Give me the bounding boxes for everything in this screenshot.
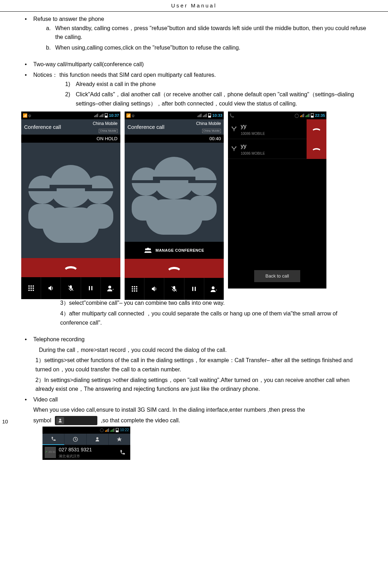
signal-icon-1 (198, 114, 201, 117)
dial-button[interactable] (117, 447, 128, 458)
svg-rect-31 (132, 180, 160, 183)
svg-rect-32 (188, 180, 217, 183)
star-icon (116, 436, 122, 442)
mute-button[interactable] (61, 277, 81, 299)
dialer-tab-favorites[interactable] (109, 434, 130, 445)
svg-point-42 (136, 288, 137, 290)
phone-screen-3: 📞 ◯ 22:35 yy 10086 MOBILE (228, 112, 326, 289)
speaker-icon (151, 285, 158, 292)
conference-avatar (125, 143, 224, 242)
dialer-location: 湖北省武汉市 (59, 453, 117, 459)
dialpad-icon (28, 285, 35, 292)
hangup-icon (312, 126, 321, 132)
split-icon[interactable] (231, 126, 237, 132)
hangup-icon (312, 146, 321, 152)
call-actions: + (125, 278, 224, 300)
screenshots-row: 📶 ψ 10:37 Conference call China Mobile C… (21, 112, 367, 289)
status-bar: ◯ 10:22 (42, 427, 130, 434)
back-to-call-button[interactable]: Back to call (254, 270, 300, 282)
svg-point-45 (136, 290, 137, 292)
add-call-button[interactable]: + (101, 277, 120, 299)
add-person-icon: + (107, 285, 114, 292)
svg-rect-7 (85, 188, 113, 191)
avatar-time: 23:31 (48, 450, 56, 455)
dialpad-button[interactable] (21, 277, 41, 299)
svg-rect-5 (42, 207, 99, 243)
dialpad-button[interactable] (125, 278, 144, 300)
clock-text: 10:33 (212, 113, 222, 119)
bullet-telephone-recording: Telephone recording (25, 335, 367, 344)
refuse-b: b.When using,calling comes,click on the … (46, 43, 367, 52)
speaker-button[interactable] (144, 278, 164, 300)
participant-hangup-button[interactable] (307, 119, 326, 139)
video-p1: When you use video call,ensure to instal… (21, 405, 367, 415)
svg-point-34 (145, 249, 147, 251)
speaker-button[interactable] (41, 277, 61, 299)
svg-point-43 (132, 290, 133, 292)
svg-point-17 (33, 290, 34, 291)
video-call-symbol[interactable] (55, 416, 97, 425)
add-person-icon: + (210, 285, 217, 292)
people-small-icon (144, 247, 152, 253)
phone-icon (119, 449, 126, 456)
clock-text: 22:35 (315, 113, 325, 119)
svg-rect-21 (89, 286, 90, 290)
video-symbol-line: 10 symbol ,so that complete the video ca… (21, 416, 367, 425)
carrier-badge: China Mobile (202, 129, 221, 133)
dialer-tab-recent[interactable] (64, 434, 86, 445)
participant-hangup-button[interactable] (307, 139, 326, 159)
svg-point-39 (136, 286, 137, 287)
wifi-icon: 📶 (23, 113, 28, 119)
battery-icon (105, 113, 108, 118)
svg-rect-49 (192, 287, 193, 291)
person-icon (95, 436, 100, 442)
svg-point-13 (30, 287, 32, 289)
split-icon[interactable] (231, 146, 237, 152)
svg-point-59 (96, 437, 98, 439)
svg-rect-8 (50, 185, 92, 188)
step-4-text: 4）after multiparty call connected ，you c… (21, 309, 367, 327)
svg-point-9 (28, 285, 30, 287)
refuse-title: Refuse to answer the phone (33, 16, 104, 22)
call-participant-row: yy 10086 MOBILE (228, 119, 326, 139)
clock-icon (73, 436, 78, 442)
tel-rec-p3: 2）In settings>dialing settings >other di… (21, 376, 367, 394)
dialer-tab-phone[interactable] (42, 434, 64, 445)
svg-point-15 (28, 290, 30, 291)
svg-text:+: + (112, 288, 114, 291)
page-content: Refuse to answer the phone a.When standb… (0, 12, 388, 463)
svg-text:+: + (216, 289, 217, 292)
hangup-button[interactable] (21, 258, 120, 277)
svg-point-11 (33, 285, 34, 287)
refuse-a: a.When standby, calling comes，press "ref… (46, 24, 367, 42)
bullet-notices: Notices： this function needs that SIM ca… (25, 70, 367, 108)
manage-conference-button[interactable]: MANAGE CONFERENCE (125, 242, 224, 259)
mute-button[interactable] (164, 278, 184, 300)
svg-point-37 (132, 286, 133, 287)
signal-icon-2 (99, 114, 103, 117)
svg-point-38 (134, 286, 135, 287)
wifi-icon: 📶 (126, 113, 131, 119)
tel-rec-p2: 1）settings>set other functions of the ca… (21, 356, 367, 374)
battery-icon (311, 113, 314, 118)
contact-sub: 10086 MOBILE (241, 131, 265, 137)
dialer-number: 027 8531 9321 (59, 446, 117, 453)
contact-name: yy (241, 142, 265, 151)
contact-name: yy (241, 122, 265, 131)
carrier-badge: China Mobile (99, 129, 118, 133)
carrier-label: China Mobile (196, 121, 221, 126)
hangup-button[interactable] (125, 259, 224, 278)
phone-status-icon: 📞 (229, 113, 234, 119)
dialer-tab-contacts[interactable] (87, 434, 109, 445)
carrier-label: China Mobile (93, 121, 118, 126)
svg-point-51 (212, 286, 215, 289)
hangup-icon (64, 264, 78, 272)
hold-button[interactable] (184, 278, 204, 300)
mute-icon (67, 285, 74, 292)
signal-icon-2 (110, 428, 114, 432)
add-call-button[interactable]: + (204, 278, 224, 300)
conference-label: Conference call (24, 123, 61, 131)
svg-point-23 (108, 286, 111, 289)
hold-button[interactable] (81, 277, 101, 299)
battery-icon (116, 428, 119, 432)
